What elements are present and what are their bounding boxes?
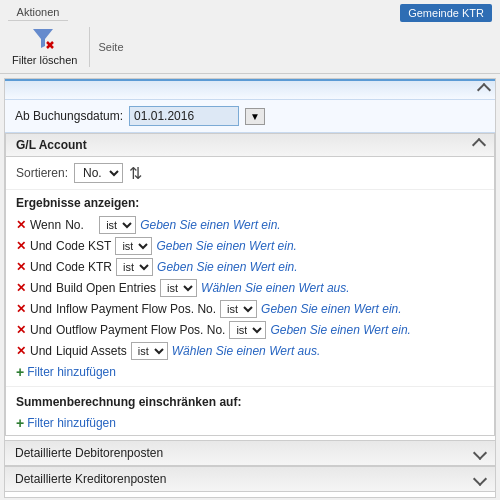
results-title: Ergebnisse anzeigen: [16,196,484,210]
filter-value-5: Geben Sie einen Wert ein. [270,323,411,337]
filter-field-3: Build Open Entries [56,281,156,295]
debitorenposten-label: Detaillierte Debitorenposten [15,446,163,460]
filter-remove-5[interactable]: ✕ [16,323,26,337]
filter-remove-0[interactable]: ✕ [16,218,26,232]
filter-value-4: Geben Sie einen Wert ein. [261,302,402,316]
filter-loeschen-icon[interactable] [31,26,59,54]
kreditorenposten-chevron [473,472,487,486]
date-filter-row: Ab Buchungsdatum: ▼ [5,100,495,133]
filter-loeschen-section: Filter löschen [8,24,81,69]
filter-rows-container: ✕ Wenn No. ist Geben Sie einen Wert ein.… [16,216,484,360]
filter-field-1: Code KST [56,239,111,253]
date-filter-input[interactable] [129,106,239,126]
filter-loeschen-label: Filter löschen [12,54,77,67]
filter-field-6: Liquid Assets [56,344,127,358]
filter-value-6: Wählen Sie einen Wert aus. [172,344,321,358]
sum-title: Summenberechnung einschränken auf: [16,395,484,409]
sort-select[interactable]: No. [74,163,123,183]
filter-row-1: ✕ Und Code KST ist Geben Sie einen Wert … [16,237,484,255]
filter-op-1[interactable]: ist [115,237,152,255]
gemeinde-ktr-button[interactable]: Gemeinde KTR [400,4,492,22]
filter-op-0[interactable]: ist [99,216,136,234]
date-filter-header [5,79,495,100]
kreditorenposten-label: Detaillierte Kreditorenposten [15,472,166,486]
gl-collapse-icon [472,138,486,152]
gl-account-header[interactable]: G/L Account [6,134,494,157]
debitorenposten-section[interactable]: Detaillierte Debitorenposten [5,440,495,466]
filter-field-0: No. [65,218,95,232]
sort-row: Sortieren: No. ⇅ [6,157,494,190]
aktionen-label: Aktionen [8,6,68,21]
gl-account-section: G/L Account Sortieren: No. ⇅ Ergebnisse … [5,133,495,436]
filter-op-6[interactable]: ist [131,342,168,360]
date-filter-label: Ab Buchungsdatum: [15,109,123,123]
filter-field-4: Inflow Payment Flow Pos. No. [56,302,216,316]
filter-connector-6: Und [30,344,52,358]
filter-connector-2: Und [30,260,52,274]
filter-row-4: ✕ Und Inflow Payment Flow Pos. No. ist G… [16,300,484,318]
filter-remove-2[interactable]: ✕ [16,260,26,274]
filter-value-0: Geben Sie einen Wert ein. [140,218,281,232]
filter-field-2: Code KTR [56,260,112,274]
kreditorenposten-section[interactable]: Detaillierte Kreditorenposten [5,466,495,492]
debitorenposten-chevron [473,446,487,460]
filter-remove-6[interactable]: ✕ [16,344,26,358]
scroll-up-icon[interactable] [477,83,491,97]
filter-row-2: ✕ Und Code KTR ist Geben Sie einen Wert … [16,258,484,276]
filter-field-5: Outflow Payment Flow Pos. No. [56,323,225,337]
filter-row-5: ✕ Und Outflow Payment Flow Pos. No. ist … [16,321,484,339]
seite-label: Seite [98,41,123,53]
filter-row-3: ✕ Und Build Open Entries ist Wählen Sie … [16,279,484,297]
filter-connector-1: Und [30,239,52,253]
add-filter-link-sum[interactable]: + Filter hinzufügen [16,415,484,431]
filter-remove-1[interactable]: ✕ [16,239,26,253]
date-dropdown-button[interactable]: ▼ [245,108,265,125]
sort-label: Sortieren: [16,166,68,180]
date-filter-section: Ab Buchungsdatum: ▼ [5,79,495,133]
add-filter-label-results: Filter hinzufügen [27,365,116,379]
gl-account-title: G/L Account [16,138,87,152]
results-section: Ergebnisse anzeigen: ✕ Wenn No. ist Gebe… [6,190,494,386]
filter-value-1: Geben Sie einen Wert ein. [156,239,297,253]
filter-connector-0: Wenn [30,218,61,232]
sum-section: Summenberechnung einschränken auf: + Fil… [6,386,494,435]
filter-row-0: ✕ Wenn No. ist Geben Sie einen Wert ein. [16,216,484,234]
add-filter-plus-icon: + [16,364,24,380]
main-content: Ab Buchungsdatum: ▼ G/L Account Sortiere… [4,78,496,498]
filter-connector-5: Und [30,323,52,337]
filter-connector-4: Und [30,302,52,316]
filter-connector-3: Und [30,281,52,295]
filter-remove-3[interactable]: ✕ [16,281,26,295]
filter-op-4[interactable]: ist [220,300,257,318]
add-filter-sum-plus-icon: + [16,415,24,431]
filter-op-2[interactable]: ist [116,258,153,276]
add-filter-link-results[interactable]: + Filter hinzufügen [16,364,484,380]
filter-value-3: Wählen Sie einen Wert aus. [201,281,350,295]
toolbar: Aktionen Gemeinde KTR Filter löschen Sei… [0,0,500,74]
filter-op-3[interactable]: ist [160,279,197,297]
add-filter-label-sum: Filter hinzufügen [27,416,116,430]
filter-value-2: Geben Sie einen Wert ein. [157,260,298,274]
filter-op-5[interactable]: ist [229,321,266,339]
filter-remove-4[interactable]: ✕ [16,302,26,316]
filter-row-6: ✕ Und Liquid Assets ist Wählen Sie einen… [16,342,484,360]
sort-order-icon[interactable]: ⇅ [129,164,142,183]
